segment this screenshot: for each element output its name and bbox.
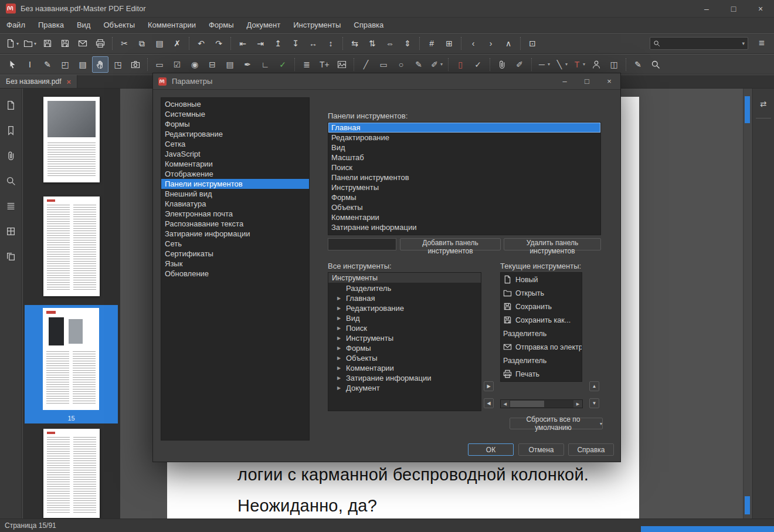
current-tool-item[interactable]: Печать <box>501 367 582 381</box>
form-combobox-button[interactable]: ⊟ <box>204 56 220 73</box>
expand-arrow-icon[interactable]: ▶ <box>337 383 341 393</box>
move-tool-up-button[interactable]: ▲ <box>589 381 599 391</box>
thumbnails-panel-button[interactable] <box>2 97 20 113</box>
paste-button[interactable]: ▤ <box>151 35 168 52</box>
scroll-right-button[interactable]: ▶ <box>573 400 582 408</box>
all-tools-tree-item[interactable]: ▶Комментарии <box>328 363 481 373</box>
settings-category-item[interactable]: Системные <box>161 109 309 119</box>
settings-category-item[interactable]: Панели инструментов <box>161 179 309 189</box>
all-tools-tree-item[interactable]: ▶Вид <box>328 313 481 323</box>
paragraph-button[interactable]: ≣ <box>298 56 315 73</box>
form-radio-button[interactable]: ◉ <box>186 56 203 73</box>
expand-arrow-icon[interactable]: ▶ <box>337 343 341 353</box>
form-listbox-button[interactable]: ▤ <box>222 56 238 73</box>
settings-category-item[interactable]: JavaScript <box>161 149 309 159</box>
settings-category-item[interactable]: Сертификаты <box>161 249 309 259</box>
toolbar-list-item[interactable]: Главная <box>328 123 600 133</box>
settings-category-item[interactable]: Клавиатура <box>161 199 309 209</box>
all-tools-tree-item[interactable]: ▶Документ <box>328 383 481 393</box>
vertical-scrollbar[interactable] <box>743 89 751 519</box>
form-validate-button[interactable]: ✓ <box>274 56 291 73</box>
line-style-button[interactable]: ─▾ <box>535 56 552 73</box>
all-tools-tree-item[interactable]: ▶Поиск <box>328 323 481 333</box>
vertical-scrollbar-thumb[interactable] <box>745 96 750 123</box>
toolbar-list-item[interactable]: Затирание информации <box>328 222 600 232</box>
crop-button[interactable]: ◳ <box>110 56 126 73</box>
move-tool-down-button[interactable]: ▼ <box>589 398 599 408</box>
align-bottom-button[interactable]: ↧ <box>287 35 304 52</box>
menu-edit[interactable]: Правка <box>32 18 70 32</box>
menu-document[interactable]: Документ <box>240 18 287 32</box>
delete-button[interactable]: ✗ <box>169 35 185 52</box>
minimize-button[interactable]: – <box>693 0 720 17</box>
toolbar-list-item[interactable]: Поиск <box>328 162 600 172</box>
signatures-panel-button[interactable] <box>2 248 20 265</box>
all-tools-tree-item[interactable]: Разделитель <box>328 283 481 293</box>
form-signature-button[interactable]: ✒ <box>239 56 256 73</box>
hand-tool-button[interactable] <box>92 56 108 73</box>
new-toolbar-name-input[interactable] <box>328 238 396 250</box>
same-height-button[interactable]: ⇕ <box>399 35 416 52</box>
settings-category-item[interactable]: Редактирование <box>161 129 309 139</box>
hscrollbar-track[interactable] <box>510 400 573 408</box>
attach-file-button[interactable] <box>494 56 510 73</box>
zoom-button[interactable] <box>647 56 664 73</box>
tab-close-icon[interactable]: × <box>67 77 72 86</box>
current-tools-hscrollbar[interactable]: ◀ ▶ <box>500 399 583 408</box>
expand-arrow-icon[interactable]: ▶ <box>337 293 341 303</box>
scroll-left-button[interactable]: ◀ <box>501 400 510 408</box>
same-width-button[interactable]: ⇔ <box>382 35 398 52</box>
pages-list-button[interactable]: ▤ <box>74 56 91 73</box>
hscrollbar-thumb[interactable] <box>510 401 544 407</box>
menu-tools[interactable]: Инструменты <box>287 18 347 32</box>
settings-category-item[interactable]: Язык <box>161 259 309 269</box>
settings-category-item[interactable]: Электронная почта <box>161 209 309 219</box>
send-email-button[interactable] <box>74 35 91 52</box>
expand-arrow-icon[interactable]: ▶ <box>337 373 341 383</box>
settings-category-item[interactable]: Сеть <box>161 239 309 249</box>
menu-objects[interactable]: Объекты <box>97 18 141 32</box>
form-text-field-button[interactable]: ▭ <box>151 56 168 73</box>
show-grid-button[interactable]: # <box>423 35 440 52</box>
expand-arrow-icon[interactable]: ▶ <box>337 353 341 363</box>
current-tool-item[interactable]: Новый <box>501 273 582 286</box>
print-button[interactable] <box>92 35 108 52</box>
document-tab[interactable]: Без названия.pdf × <box>0 75 77 88</box>
draw-ellipse-button[interactable]: ○ <box>393 56 409 73</box>
tile-view-button[interactable]: ◫ <box>606 56 622 73</box>
search-input[interactable] <box>663 39 739 48</box>
all-tools-tree-item[interactable]: ▶Инструменты <box>328 333 481 343</box>
menu-view[interactable]: Вид <box>70 18 97 32</box>
distribute-horizontal-button[interactable]: ⇆ <box>347 35 363 52</box>
reset-defaults-button[interactable]: Сбросить все по умолчанию ▾ <box>510 418 603 429</box>
parent-view-button[interactable]: ∧ <box>500 35 517 52</box>
horizontal-scrollbar-thumb[interactable] <box>641 526 774 532</box>
select-object-button[interactable]: ◰ <box>57 56 73 73</box>
select-button[interactable] <box>4 56 21 73</box>
attachments-panel-button[interactable] <box>2 147 20 164</box>
align-left-button[interactable]: ⇤ <box>235 35 251 52</box>
add-toolbar-button[interactable]: Добавить панель инструментов <box>400 238 501 250</box>
layers-panel-button[interactable] <box>2 198 20 214</box>
cancel-button[interactable]: Отмена <box>518 443 564 456</box>
settings-category-item[interactable]: Отображение <box>161 169 309 179</box>
contacts-button[interactable] <box>588 56 605 73</box>
toolbar-list-item[interactable]: Масштаб <box>328 153 600 162</box>
current-tool-separator-item[interactable]: Разделитель <box>501 327 582 340</box>
settings-category-item[interactable]: Обновление <box>161 269 309 279</box>
open-file-button[interactable]: ▾ <box>22 35 38 52</box>
remove-toolbar-button[interactable]: Удалить панель инструментов <box>504 238 601 250</box>
menu-comments[interactable]: Комментарии <box>141 18 202 32</box>
expand-arrow-icon[interactable]: ▶ <box>337 363 341 373</box>
current-tool-item[interactable]: Сохранить <box>501 300 582 313</box>
dialog-minimize-button[interactable]: – <box>554 73 576 89</box>
all-tools-tree-item[interactable]: ▶Затирание информации <box>328 373 481 383</box>
toolbar-search[interactable]: ▾ <box>650 37 748 50</box>
expand-arrow-icon[interactable]: ▶ <box>337 323 341 333</box>
close-button[interactable]: × <box>747 0 774 17</box>
all-tools-tree-item[interactable]: ▶Главная <box>328 293 481 303</box>
toolbar-list-item[interactable]: Комментарии <box>328 212 600 222</box>
toolbar-list-item[interactable]: Панели инструментов <box>328 172 600 182</box>
menu-forms[interactable]: Формы <box>202 18 240 32</box>
snapshot-button[interactable] <box>127 56 144 73</box>
